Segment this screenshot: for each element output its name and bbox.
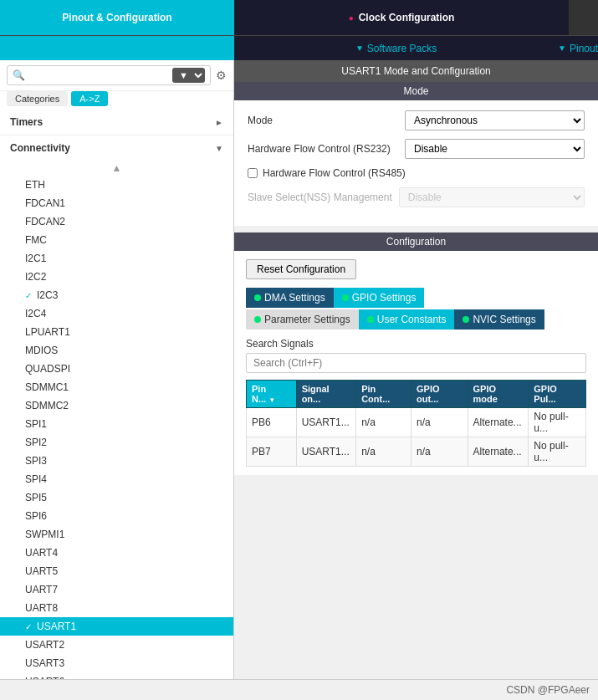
tab-az[interactable]: A->Z: [71, 91, 108, 106]
sidebar-item-label: FMC: [25, 234, 47, 246]
table-header-2[interactable]: Pin Cont...: [356, 381, 411, 408]
param-dot-icon: [254, 316, 261, 323]
table-cell-1-1: USART1...: [296, 437, 356, 467]
sidebar-item-label: USART1: [37, 621, 76, 632]
sidebar-item-label: USART3: [25, 657, 64, 669]
hw-flow-rs485-checkbox[interactable]: [248, 168, 258, 178]
sidebar-item-label: SPI3: [25, 455, 47, 467]
slave-select-select[interactable]: Disable: [399, 187, 585, 207]
sidebar-item-label: I2C4: [25, 308, 46, 319]
sidebar-item-label: FDCAN1: [25, 197, 65, 209]
timers-expand-icon: ►: [215, 118, 223, 127]
sidebar-item-label: SPI2: [25, 437, 47, 448]
connectivity-header[interactable]: Connectivity ▼: [0, 135, 233, 161]
mode-select[interactable]: Asynchronous: [405, 110, 585, 130]
table-header-row: Pin N...▼Signal on...Pin Cont...GPIO out…: [247, 381, 586, 408]
sidebar-item-usart6[interactable]: USART6: [0, 672, 233, 679]
sidebar-item-lpuart1[interactable]: LPUART1: [0, 323, 233, 341]
search-input[interactable]: [28, 69, 172, 81]
config-section: Configuration Reset Configuration DMA Se…: [234, 232, 598, 475]
table-header-3[interactable]: GPIO out...: [411, 381, 468, 408]
dma-dot-icon: [254, 294, 261, 301]
sidebar-item-uart4[interactable]: UART4: [0, 544, 233, 562]
tab-categories[interactable]: Categories: [7, 91, 68, 106]
table-cell-0-0: PB6: [247, 408, 297, 437]
reset-config-button[interactable]: Reset Configuration: [246, 259, 356, 279]
sidebar-item-usart3[interactable]: USART3: [0, 654, 233, 672]
mode-section: Mode Mode Asynchronous Hardware Flow Con…: [234, 82, 598, 226]
timers-header[interactable]: Timers ►: [0, 110, 233, 135]
hw-flow-rs232-label: Hardware Flow Control (RS232): [248, 143, 398, 155]
sidebar-item-sdmmc1[interactable]: SDMMC1: [0, 378, 233, 396]
sidebar-item-uart7[interactable]: UART7: [0, 580, 233, 599]
software-packs-label: Software Packs: [367, 43, 437, 54]
sidebar-item-label: LPUART1: [25, 326, 70, 338]
sidebar-item-i2c4[interactable]: I2C4: [0, 304, 233, 323]
sidebar-content: Timers ► Connectivity ▼ ▲ ETHFDCAN1FDCAN…: [0, 110, 233, 679]
sidebar-item-usart1[interactable]: ✓USART1: [0, 617, 233, 636]
table-header-5[interactable]: GPIO Pul...: [529, 381, 586, 408]
sidebar-item-i2c3[interactable]: ✓I2C3: [0, 286, 233, 304]
config-tabs-row2: Parameter Settings User Constants NVIC S…: [246, 309, 586, 330]
sidebar-item-label: I2C3: [37, 289, 58, 301]
timers-label: Timers: [10, 116, 43, 128]
sidebar-item-fdcan1[interactable]: FDCAN1: [0, 194, 233, 212]
user-dot-icon: [367, 316, 374, 323]
sidebar-item-spi6[interactable]: SPI6: [0, 507, 233, 525]
sidebar-item-label: ETH: [25, 179, 45, 191]
mode-label: Mode: [248, 115, 398, 126]
user-constants-tab[interactable]: User Constants: [359, 309, 455, 330]
gpio-settings-tab[interactable]: GPIO Settings: [334, 288, 425, 308]
sidebar-item-swpmi1[interactable]: SWPMI1: [0, 525, 233, 544]
sidebar-item-spi2[interactable]: SPI2: [0, 433, 233, 452]
sidebar-item-eth[interactable]: ETH: [0, 176, 233, 194]
table-header-1[interactable]: Signal on...: [296, 381, 356, 408]
sidebar-item-i2c2[interactable]: I2C2: [0, 268, 233, 286]
sidebar-item-spi3[interactable]: SPI3: [0, 452, 233, 470]
check-icon: ✓: [25, 291, 32, 300]
table-header-4[interactable]: GPIO mode: [468, 381, 529, 408]
table-header-0[interactable]: Pin N...▼: [247, 381, 297, 408]
table-cell-0-4: Alternate...: [468, 408, 529, 437]
table-row: PB7USART1...n/an/aAlternate...No pull-u.…: [247, 437, 586, 467]
sidebar-item-label: USART2: [25, 639, 64, 651]
parameter-settings-label: Parameter Settings: [264, 314, 350, 325]
sidebar-item-label: SWPMI1: [25, 529, 64, 540]
nvic-settings-tab[interactable]: NVIC Settings: [454, 309, 544, 330]
status-text: CSDN @FPGAeer: [506, 684, 590, 696]
software-packs-tab[interactable]: ▼ Software Packs: [234, 36, 558, 60]
sidebar-item-mdios[interactable]: MDIOS: [0, 341, 233, 360]
hw-flow-rs232-select[interactable]: Disable: [405, 139, 585, 159]
signals-search-input[interactable]: [246, 353, 586, 373]
sidebar-item-uart5[interactable]: UART5: [0, 562, 233, 580]
hw-flow-rs232-row: Hardware Flow Control (RS232) Disable: [248, 139, 585, 159]
sidebar-item-spi1[interactable]: SPI1: [0, 415, 233, 433]
sidebar-item-i2c1[interactable]: I2C1: [0, 249, 233, 268]
pinout-tab[interactable]: ▼ Pinout: [558, 36, 598, 60]
search-dropdown[interactable]: ▼: [172, 68, 205, 83]
dma-settings-tab[interactable]: DMA Settings: [246, 288, 334, 308]
sidebar-item-usart2[interactable]: USART2: [0, 636, 233, 654]
sidebar-item-label: FDCAN2: [25, 216, 65, 227]
parameter-settings-tab[interactable]: Parameter Settings: [246, 309, 359, 330]
mode-header: Mode: [234, 82, 598, 100]
table-row: PB6USART1...n/an/aAlternate...No pull-u.…: [247, 408, 586, 437]
nvic-dot-icon: [463, 316, 469, 323]
sidebar-item-fmc[interactable]: FMC: [0, 231, 233, 249]
sidebar-item-fdcan2[interactable]: FDCAN2: [0, 212, 233, 231]
sidebar-item-uart8[interactable]: UART8: [0, 599, 233, 617]
sidebar-item-spi4[interactable]: SPI4: [0, 470, 233, 488]
check-icon: ✓: [25, 622, 32, 631]
search-wrapper[interactable]: 🔍 ▼: [7, 65, 211, 85]
table-cell-1-2: n/a: [356, 437, 411, 467]
gear-icon[interactable]: ⚙: [216, 69, 227, 82]
sidebar-item-label: UART8: [25, 602, 58, 614]
connectivity-section: Connectivity ▼ ▲ ETHFDCAN1FDCAN2FMCI2C1I…: [0, 135, 233, 679]
sidebar-item-spi5[interactable]: SPI5: [0, 488, 233, 507]
sidebar-item-quadspi[interactable]: QUADSPI: [0, 360, 233, 378]
clock-config-title-bar: ● Clock Configuration: [234, 0, 569, 35]
sidebar-item-label: I2C1: [25, 253, 46, 264]
sidebar-item-label: SPI4: [25, 473, 47, 485]
sidebar-item-sdmmc2[interactable]: SDMMC2: [0, 396, 233, 415]
table-cell-0-2: n/a: [356, 408, 411, 437]
